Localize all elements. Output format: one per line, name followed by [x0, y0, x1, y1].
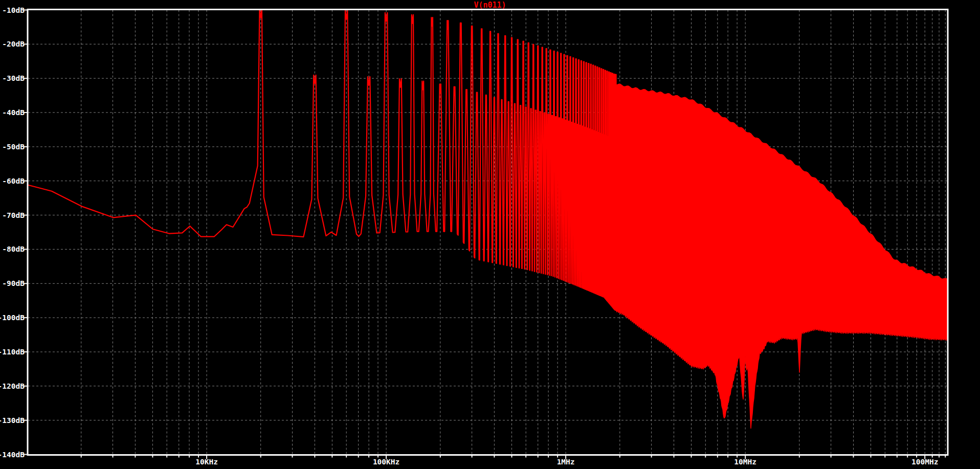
y-axis-tick-label: -10dB	[2, 6, 25, 14]
x-axis-tick-label: 100MHz	[911, 458, 938, 466]
y-axis-tick-label: -80dB	[2, 245, 25, 253]
y-axis-tick-label: -140dB	[0, 451, 25, 459]
fft-plot-canvas[interactable]: 10KHz100KHz1MHz10MHz100MHz-10dB-20dB-30d…	[0, 0, 980, 469]
y-axis-tick-label: -20dB	[2, 40, 25, 48]
x-axis-labels: 10KHz100KHz1MHz10MHz100MHz	[195, 458, 938, 466]
x-axis-tick-label: 1MHz	[557, 458, 575, 466]
fft-trace-dense	[616, 84, 947, 428]
y-axis-tick-label: -30dB	[2, 74, 25, 82]
y-axis-tick-label: -120dB	[0, 382, 25, 390]
y-axis-tick-label: -110dB	[0, 348, 25, 356]
waveform-viewer: 10KHz100KHz1MHz10MHz100MHz-10dB-20dB-30d…	[0, 0, 980, 469]
y-axis-tick-label: -70dB	[2, 211, 25, 219]
y-axis-tick-label: -130dB	[0, 416, 25, 425]
y-axis-tick-label: -40dB	[2, 108, 25, 117]
y-axis-tick-label: -50dB	[2, 143, 25, 151]
x-axis-tick-label: 10KHz	[195, 458, 218, 466]
trace-legend-label[interactable]: V(n011)	[474, 1, 506, 10]
y-axis-tick-label: -100dB	[0, 314, 25, 322]
x-axis-tick-label: 100KHz	[373, 458, 399, 466]
y-axis-tick-label: -60dB	[2, 177, 25, 185]
y-axis-labels: -10dB-20dB-30dB-40dB-50dB-60dB-70dB-80dB…	[0, 6, 25, 459]
fft-trace	[28, 9, 947, 428]
x-axis-tick-label: 10MHz	[734, 458, 756, 466]
fft-trace-discrete	[28, 9, 616, 310]
y-axis-tick-label: -90dB	[2, 279, 25, 287]
